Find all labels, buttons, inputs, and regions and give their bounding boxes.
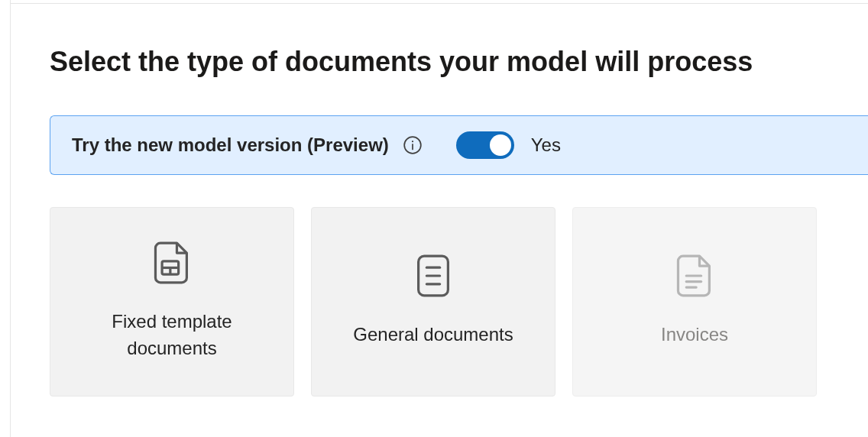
content-area: Select the type of documents your model … <box>50 44 868 397</box>
option-label: General documents <box>353 322 513 348</box>
info-icon[interactable] <box>403 135 423 155</box>
option-invoices[interactable]: Invoices <box>572 207 817 397</box>
option-label: Invoices <box>661 322 728 348</box>
option-general-documents[interactable]: General documents <box>311 207 555 397</box>
fixed-template-document-icon <box>154 241 190 284</box>
top-divider <box>11 3 868 4</box>
preview-banner: Try the new model version (Preview) Yes <box>50 115 868 175</box>
toggle-knob <box>490 134 511 156</box>
option-label: Fixed template documents <box>69 309 275 362</box>
option-fixed-template[interactable]: Fixed template documents <box>50 207 294 397</box>
preview-label: Try the new model version (Preview) <box>72 134 389 156</box>
toggle-state-label: Yes <box>531 134 561 156</box>
invoice-document-icon <box>676 254 713 297</box>
preview-toggle[interactable] <box>456 131 514 159</box>
svg-point-1 <box>412 141 413 142</box>
left-divider <box>10 0 11 437</box>
page-title: Select the type of documents your model … <box>50 44 868 80</box>
general-document-icon <box>415 254 452 297</box>
options-row: Fixed template documents General documen… <box>50 207 868 397</box>
